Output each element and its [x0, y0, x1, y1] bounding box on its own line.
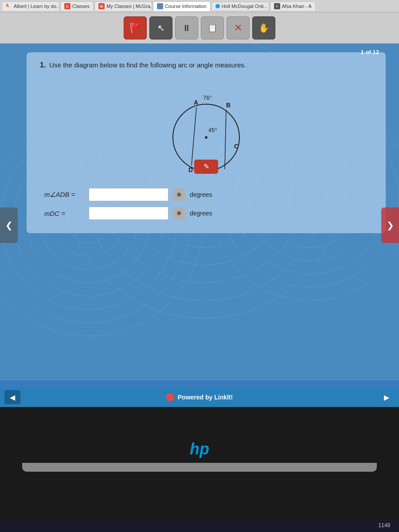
tab-classes-label: Classes [72, 4, 90, 9]
tab-course-label: Course Information [165, 4, 207, 9]
afsa-tab-icon: ≡ [274, 3, 280, 9]
bottom-navigation-bar: ◀ Powered by Linklt! ▶ [0, 387, 399, 407]
left-chevron-icon: ❮ [5, 220, 13, 231]
input-madb[interactable] [89, 188, 168, 201]
powered-by-text: Powered by Linklt! [178, 394, 233, 401]
answer-section: m∠ADB = ✱ degrees mDC = ✱ degrees [40, 188, 372, 220]
next-icon: ▶ [384, 393, 389, 402]
list-button[interactable]: 📋 [201, 16, 224, 39]
nav-left-arrow[interactable]: ❮ [0, 207, 18, 243]
cursor-icon: ↖ [157, 23, 165, 33]
diagram-area: A B C D 76° 45° ✎ [40, 84, 372, 179]
badge-mdc: ✱ [173, 207, 185, 219]
svg-text:B: B [226, 102, 231, 109]
linkit-logo-icon [166, 393, 174, 401]
taskbar-time: 1149 [378, 522, 390, 528]
tab-classes[interactable]: C Classes [60, 1, 94, 11]
badge-madb: ✱ [173, 188, 185, 201]
geometry-diagram: A B C D 76° 45° ✎ [157, 84, 255, 177]
unit-madb: degrees [190, 191, 212, 198]
svg-line-25 [192, 107, 196, 165]
tab-holt[interactable]: Holt McDougal Onli... [211, 2, 269, 10]
prev-icon: ◀ [10, 393, 15, 402]
svg-line-26 [225, 110, 226, 169]
close-icon: ✕ [234, 22, 242, 34]
tab-mcgra[interactable]: M My Classes | McGra... [94, 1, 152, 11]
svg-text:C: C [234, 143, 239, 150]
laptop-body: hp [0, 407, 399, 505]
tab-afsa[interactable]: ≡ Afsa Khan - A [270, 1, 316, 11]
tab-albert-label: Albert | Learn by do... [14, 4, 59, 9]
unit-mdc: degrees [190, 210, 212, 217]
next-button[interactable]: ▶ [379, 390, 395, 404]
holt-dot-icon [215, 4, 220, 8]
main-content: 1 of 12 1. Use the diagram below to find… [0, 43, 399, 407]
hp-logo: hp [190, 440, 209, 458]
close-button[interactable]: ✕ [227, 16, 250, 39]
cursor-button[interactable]: ↖ [149, 16, 172, 39]
laptop-base [22, 463, 377, 472]
tab-albert[interactable]: A Albert | Learn by do... [2, 1, 59, 11]
svg-text:D: D [188, 166, 193, 173]
input-mdc[interactable] [89, 207, 168, 220]
svg-text:A: A [194, 99, 198, 106]
question-number: 1. [40, 61, 46, 69]
nav-right-arrow[interactable]: ❯ [381, 207, 399, 243]
list-icon: 📋 [207, 23, 217, 33]
taskbar: 1149 [0, 519, 399, 532]
course-tab-icon: 🔖 [157, 3, 163, 9]
svg-text:76°: 76° [203, 94, 212, 101]
flag-icon: 🚩 [129, 22, 141, 34]
tab-bar: A Albert | Learn by do... C Classes M My… [0, 0, 399, 12]
tab-course[interactable]: 🔖 Course Information [153, 1, 211, 11]
svg-point-24 [205, 136, 207, 139]
tab-mcgra-label: My Classes | McGra... [106, 4, 152, 9]
question-text: Use the diagram below to find the follow… [49, 61, 246, 69]
tab-holt-label: Holt McDougal Onli... [222, 4, 268, 9]
answer-row-adb: m∠ADB = ✱ degrees [44, 188, 368, 201]
albert-tab-icon: A [6, 3, 12, 9]
svg-text:✎: ✎ [203, 163, 209, 170]
svg-text:45°: 45° [208, 127, 217, 133]
prev-button[interactable]: ◀ [4, 390, 20, 404]
flag-button[interactable]: 🚩 [124, 16, 147, 39]
tab-afsa-label: Afsa Khan - A [282, 4, 312, 9]
question-counter: 1 of 12 [361, 49, 379, 55]
right-chevron-icon: ❯ [387, 220, 394, 231]
hand-icon: ✋ [258, 23, 270, 33]
answer-row-dc: mDC = ✱ degrees [44, 207, 368, 220]
classes-tab-icon: C [64, 3, 70, 9]
label-madb: m∠ADB = [44, 191, 84, 199]
hand-button[interactable]: ✋ [252, 16, 275, 39]
toolbar: 🚩 ↖ ⏸ 📋 ✕ ✋ [0, 12, 399, 43]
mcgra-tab-icon: M [98, 3, 105, 9]
label-mdc: mDC = [44, 210, 84, 217]
question-card: 1. Use the diagram below to find the fol… [27, 52, 386, 233]
pause-button[interactable]: ⏸ [175, 16, 198, 39]
pause-icon: ⏸ [182, 23, 191, 33]
